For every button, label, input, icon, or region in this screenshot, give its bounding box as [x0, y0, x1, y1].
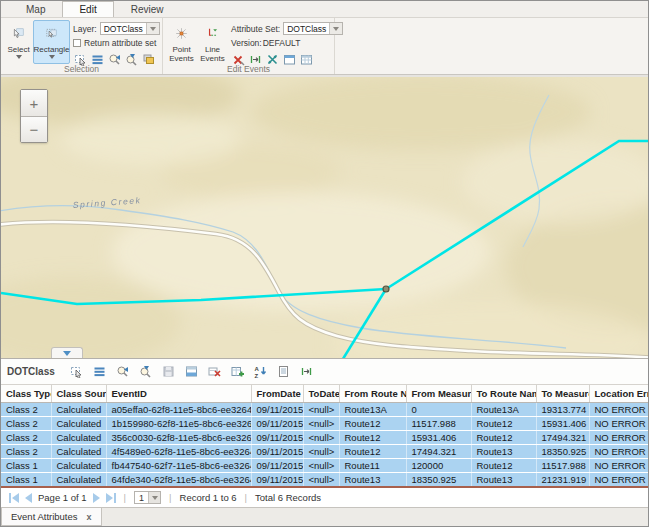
table-cell[interactable]: NO ERROR	[589, 403, 649, 417]
column-header[interactable]: From Route Name	[339, 385, 406, 403]
column-header[interactable]: ToDate	[303, 385, 339, 403]
table-cell[interactable]: 1b159980-62f8-11e5-8bc6-ee32641d5ec9	[106, 417, 251, 431]
table-cell[interactable]: 356c0030-62f8-11e5-8bc6-ee32641d5ec9	[106, 431, 251, 445]
table-cell[interactable]: <null>	[303, 445, 339, 459]
table-cell[interactable]: Route13A	[339, 403, 406, 417]
table-cell[interactable]: 4f5489e0-62f8-11e5-8bc6-ee32641d5ec9	[106, 445, 251, 459]
table-cell[interactable]: a05effa0-62f8-11e5-8bc6-ee32641d5ec9	[106, 403, 251, 417]
route-junction-marker[interactable]	[383, 286, 389, 292]
table-cell[interactable]: 11517.988	[406, 417, 471, 431]
next-page-button[interactable]	[93, 493, 100, 503]
table-row[interactable]: Class 1Calculated64fde340-62f8-11e5-8bc6…	[1, 473, 649, 488]
add-record-icon[interactable]	[231, 365, 245, 379]
table-cell[interactable]: Route13	[471, 445, 536, 459]
table-cell[interactable]: 09/11/2015	[251, 473, 303, 488]
table-row[interactable]: Class 2Calculated356c0030-62f8-11e5-8bc6…	[1, 431, 649, 445]
table-cell[interactable]: 09/11/2015	[251, 431, 303, 445]
table-cell[interactable]: 18350.925	[536, 445, 589, 459]
table-cell[interactable]: 18350.925	[406, 473, 471, 488]
table-cell[interactable]: <null>	[303, 417, 339, 431]
table-cell[interactable]: 09/11/2015	[251, 403, 303, 417]
select-button[interactable]: Select	[4, 20, 33, 64]
table-cell[interactable]: Class 2	[1, 431, 51, 445]
table-row[interactable]: Class 2Calculated1b159980-62f8-11e5-8bc6…	[1, 417, 649, 431]
column-header[interactable]: To Route Name	[471, 385, 536, 403]
point-events-button[interactable]: Point Events	[166, 20, 197, 64]
table-cell[interactable]: Route12	[339, 431, 406, 445]
tab-review[interactable]: Review	[114, 1, 181, 17]
return-attribute-set-checkbox[interactable]	[73, 39, 81, 47]
table-cell[interactable]: 09/11/2015	[251, 459, 303, 473]
table-cell[interactable]: 17494.321	[536, 431, 589, 445]
table-cell[interactable]: 09/11/2015	[251, 445, 303, 459]
first-page-button[interactable]	[9, 493, 19, 503]
table-cell[interactable]: Calculated	[51, 445, 106, 459]
column-header[interactable]: To Measure	[536, 385, 589, 403]
table-cell[interactable]: <null>	[303, 403, 339, 417]
column-header[interactable]: EventID	[106, 385, 251, 403]
table-cell[interactable]: Class 1	[1, 459, 51, 473]
table-cell[interactable]: Calculated	[51, 459, 106, 473]
save-icon[interactable]	[162, 365, 176, 379]
table-cell[interactable]: Route13	[471, 473, 536, 488]
last-page-button[interactable]	[106, 493, 116, 503]
table-cell[interactable]: Route13	[339, 473, 406, 488]
table-cell[interactable]: Calculated	[51, 473, 106, 488]
table-cell[interactable]: 21231.919	[536, 473, 589, 488]
sort-icon[interactable]: AZ	[254, 365, 268, 379]
table-cell[interactable]: 64fde340-62f8-11e5-8bc6-ee32641d5ec9	[106, 473, 251, 488]
table-cell[interactable]: NO ERROR	[589, 473, 649, 488]
select-rectangle-icon[interactable]	[70, 365, 84, 379]
table-cell[interactable]: Route12	[339, 417, 406, 431]
column-header[interactable]: Class Type	[1, 385, 51, 403]
table-cell[interactable]: <null>	[303, 459, 339, 473]
layer-dropdown[interactable]: DOTClass	[100, 22, 160, 35]
table-cell[interactable]: 0	[406, 403, 471, 417]
table-cell[interactable]: Route13A	[471, 403, 536, 417]
tab-event-attributes[interactable]: Event Attributes x	[1, 508, 102, 526]
table-cell[interactable]: fb447540-62f7-11e5-8bc6-ee32641d5ec9	[106, 459, 251, 473]
report-icon[interactable]	[277, 365, 291, 379]
table-cell[interactable]: Route12	[339, 445, 406, 459]
highlight-selection-icon[interactable]	[185, 365, 199, 379]
zoom-in-button[interactable]: +	[21, 90, 47, 116]
table-cell[interactable]: Class 2	[1, 417, 51, 431]
line-events-button[interactable]: Line Events	[197, 20, 228, 64]
column-header[interactable]: Location Error	[589, 385, 649, 403]
table-cell[interactable]: Class 2	[1, 403, 51, 417]
measure-range-icon[interactable]	[300, 365, 314, 379]
table-cell[interactable]: NO ERROR	[589, 417, 649, 431]
table-row[interactable]: Class 1Calculatedfb447540-62f7-11e5-8bc6…	[1, 459, 649, 473]
table-cell[interactable]: Route12	[471, 431, 536, 445]
dropdown-arrow-button[interactable]	[146, 23, 159, 34]
table-cell[interactable]: Calculated	[51, 417, 106, 431]
column-header[interactable]: Class Source	[51, 385, 106, 403]
clear-selection-icon[interactable]	[208, 365, 222, 379]
table-cell[interactable]: Route12	[471, 459, 536, 473]
panel-collapse-button[interactable]	[51, 347, 83, 358]
tab-map[interactable]: Map	[9, 1, 62, 17]
dropdown-arrow-button[interactable]	[329, 23, 342, 34]
table-row[interactable]: Class 2Calculated4f5489e0-62f8-11e5-8bc6…	[1, 445, 649, 459]
table-cell[interactable]: 15931.406	[406, 431, 471, 445]
column-header[interactable]: FromDate	[251, 385, 303, 403]
tab-edit[interactable]: Edit	[62, 1, 113, 17]
rectangle-select-button[interactable]: Rectangle	[33, 20, 70, 64]
table-cell[interactable]: Class 2	[1, 445, 51, 459]
table-cell[interactable]: 15931.406	[536, 417, 589, 431]
table-cell[interactable]: 11517.988	[536, 459, 589, 473]
page-select[interactable]: 1	[134, 491, 161, 504]
table-cell[interactable]: NO ERROR	[589, 459, 649, 473]
table-cell[interactable]: <null>	[303, 431, 339, 445]
table-cell[interactable]: Calculated	[51, 403, 106, 417]
pan-to-selection-icon[interactable]	[139, 365, 153, 379]
table-cell[interactable]: NO ERROR	[589, 445, 649, 459]
attribute-set-dropdown[interactable]: DOTClass	[283, 22, 343, 35]
table-cell[interactable]: <null>	[303, 473, 339, 488]
column-header[interactable]: From Measure	[406, 385, 471, 403]
table-cell[interactable]: 09/11/2015	[251, 417, 303, 431]
zoom-out-button[interactable]: −	[21, 116, 47, 142]
table-cell[interactable]: Class 1	[1, 473, 51, 488]
table-cell[interactable]: 17494.321	[406, 445, 471, 459]
table-cell[interactable]: Calculated	[51, 431, 106, 445]
